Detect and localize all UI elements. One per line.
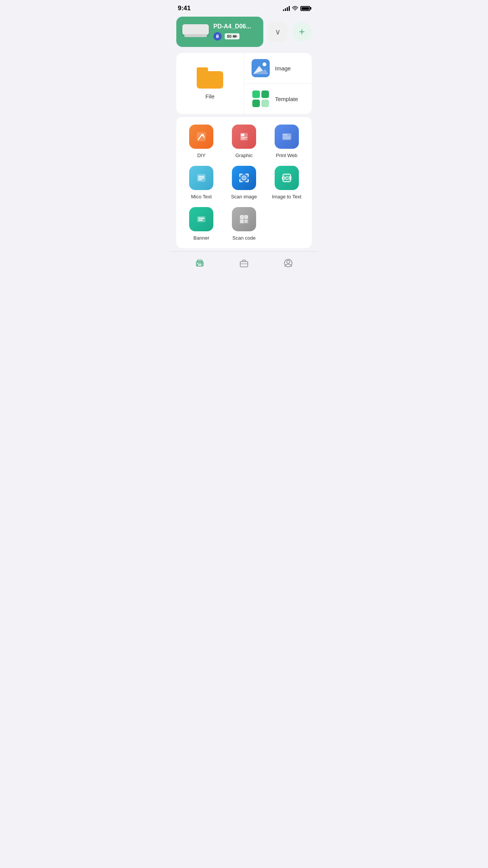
- bluetooth-icon: Ƀ: [213, 32, 222, 41]
- svg-rect-22: [198, 176, 204, 177]
- svg-rect-13: [241, 137, 247, 138]
- scanimage-label: Scan image: [231, 194, 257, 199]
- app-micotext[interactable]: Mico Text: [180, 166, 223, 199]
- device-card[interactable]: PD-A4_D06... Ƀ 80: [176, 17, 263, 47]
- briefcase-nav-icon: [239, 258, 249, 268]
- template-icon: [252, 90, 270, 108]
- svg-rect-44: [246, 221, 247, 223]
- svg-rect-43: [245, 221, 246, 223]
- svg-rect-49: [240, 262, 248, 267]
- apps-section: DIY Graphic: [176, 117, 312, 248]
- app-graphic[interactable]: Graphic: [223, 125, 266, 158]
- dropdown-button[interactable]: ∨: [268, 22, 288, 42]
- micotext-label: Mico Text: [191, 194, 212, 199]
- scancode-label: Scan code: [232, 235, 255, 241]
- svg-rect-31: [197, 216, 205, 222]
- app-scancode[interactable]: Scan code: [223, 207, 266, 241]
- image-button[interactable]: Image: [244, 53, 312, 84]
- printweb-label: Print Web: [276, 153, 297, 158]
- svg-rect-23: [198, 178, 204, 179]
- svg-point-5: [263, 62, 266, 66]
- app-imagetotext[interactable]: OCR Image to Text: [265, 166, 308, 199]
- svg-rect-41: [245, 220, 246, 221]
- add-device-button[interactable]: +: [292, 22, 312, 42]
- app-banner[interactable]: Banner: [180, 207, 223, 241]
- scanimage-icon: [232, 166, 256, 190]
- micotext-icon: [189, 166, 213, 190]
- svg-point-19: [286, 134, 287, 136]
- device-name: PD-A4_D06...: [213, 23, 257, 30]
- device-status: Ƀ 80: [213, 32, 257, 41]
- apps-grid: DIY Graphic: [180, 125, 308, 241]
- app-printweb[interactable]: Print Web: [265, 125, 308, 158]
- status-icons: [283, 6, 310, 11]
- svg-point-18: [284, 134, 286, 136]
- nav-print[interactable]: [194, 258, 205, 268]
- graphic-label: Graphic: [235, 153, 253, 158]
- battery-small-icon: [233, 35, 237, 38]
- status-time: 9:41: [178, 5, 191, 12]
- file-button[interactable]: File: [176, 53, 244, 114]
- image-icon: [252, 59, 270, 77]
- profile-nav-icon: [283, 258, 294, 268]
- svg-rect-33: [198, 220, 203, 221]
- status-bar: 9:41: [170, 0, 318, 14]
- header-section: PD-A4_D06... Ƀ 80 ∨ +: [170, 14, 318, 50]
- scancode-icon: [232, 207, 256, 231]
- device-image: [182, 24, 209, 39]
- svg-point-10: [202, 134, 204, 136]
- device-info: PD-A4_D06... Ƀ 80: [213, 23, 257, 41]
- imagetotext-label: Image to Text: [272, 194, 302, 199]
- svg-rect-32: [198, 218, 204, 219]
- diy-label: DIY: [197, 153, 205, 158]
- banner-icon: [189, 207, 213, 231]
- imagetotext-icon: OCR: [275, 166, 299, 190]
- svg-rect-20: [283, 136, 291, 139]
- bottom-nav: [170, 251, 318, 279]
- svg-text:OCR: OCR: [281, 176, 292, 181]
- svg-point-0: [295, 10, 295, 11]
- svg-rect-40: [241, 221, 242, 222]
- template-label: Template: [275, 96, 298, 102]
- print-nav-icon: [194, 258, 205, 268]
- svg-rect-38: [246, 217, 247, 218]
- app-scanimage[interactable]: Scan image: [223, 166, 266, 199]
- top-grid: File Image Template: [176, 53, 312, 114]
- diy-icon: [189, 125, 213, 149]
- svg-rect-14: [241, 139, 246, 139]
- signal-icon: [283, 6, 290, 11]
- battery-icon: [300, 6, 310, 11]
- nav-profile[interactable]: [283, 258, 294, 268]
- device-battery: 80: [225, 33, 239, 39]
- svg-point-27: [243, 177, 245, 179]
- svg-point-51: [287, 260, 290, 263]
- app-diy[interactable]: DIY: [180, 125, 223, 158]
- svg-point-17: [283, 134, 284, 136]
- nav-briefcase[interactable]: [239, 258, 249, 268]
- svg-rect-2: [233, 36, 236, 37]
- svg-rect-24: [198, 179, 202, 180]
- graphic-icon: [232, 125, 256, 149]
- svg-point-48: [202, 263, 203, 264]
- svg-rect-36: [241, 217, 242, 218]
- banner-label: Banner: [193, 235, 209, 241]
- svg-rect-12: [241, 134, 244, 136]
- file-label: File: [205, 93, 214, 100]
- image-label: Image: [275, 65, 291, 72]
- printweb-icon: [275, 125, 299, 149]
- svg-rect-42: [246, 220, 247, 221]
- template-button[interactable]: Template: [244, 84, 312, 114]
- folder-icon: [197, 67, 223, 89]
- svg-rect-47: [197, 264, 202, 266]
- wifi-icon: [292, 6, 298, 11]
- svg-rect-3: [236, 36, 237, 37]
